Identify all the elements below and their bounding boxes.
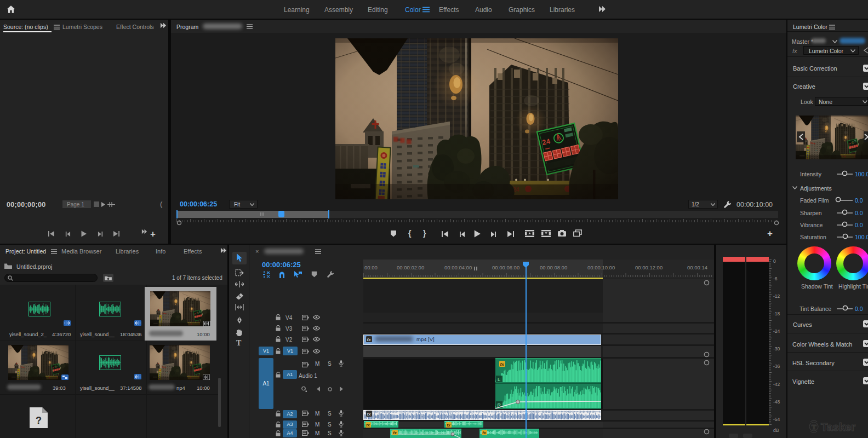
svg-text:?: ? bbox=[36, 415, 42, 426]
svg-text:fx: fx bbox=[500, 362, 505, 367]
svg-text:fx: fx bbox=[447, 423, 450, 428]
svg-text:fx: fx bbox=[482, 430, 486, 435]
svg-text:fx: fx bbox=[367, 337, 372, 342]
svg-text:fx: fx bbox=[367, 412, 372, 417]
svg-text:Tasker: Tasker bbox=[821, 421, 855, 433]
svg-text:fx: fx bbox=[366, 423, 370, 428]
svg-text:fx: fx bbox=[393, 430, 397, 435]
svg-text:T: T bbox=[812, 423, 816, 431]
svg-text:L: L bbox=[498, 377, 500, 382]
